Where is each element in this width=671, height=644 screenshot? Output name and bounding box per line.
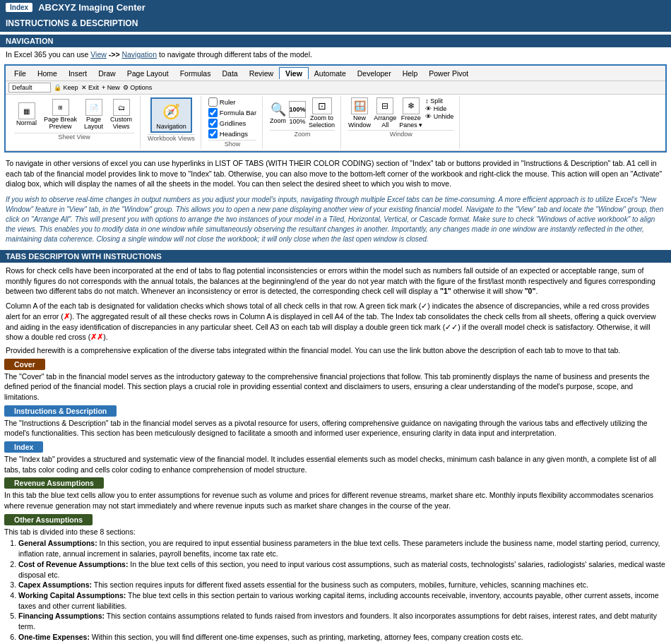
instructions-label[interactable]: Instructions & Description (4, 405, 117, 417)
navigation-link[interactable]: Navigation (121, 50, 157, 59)
item-term: Cost of Revenue Assumptions: (18, 560, 128, 568)
arrange-all-btn[interactable]: ⊟ ArrangeAll (374, 97, 396, 129)
main-section-header: INSTRUCTIONS & DESCRIPTION (0, 15, 671, 32)
arrange-all-icon: ⊟ (376, 97, 393, 114)
headings-checkbox-label[interactable]: Headings (208, 129, 256, 138)
ribbon-tab-insert[interactable]: Insert (63, 68, 93, 79)
ruler-checkbox[interactable] (208, 97, 218, 107)
zoom-buttons: 🔍 Zoom 100% 100% ⊡ Zoom toSelection (270, 97, 335, 129)
new-btn[interactable]: + New (102, 84, 120, 91)
ribbon-tab-power-pivot[interactable]: Power Pivot (423, 68, 474, 79)
zoom-icon: 🔍 (271, 102, 286, 117)
item-text: This section contains assumptions relate… (18, 612, 657, 631)
nav-intro: In Excel 365 you can use View ->> Naviga… (0, 47, 671, 61)
revenue-section: Revenue Assumptions In this tab the blue… (4, 477, 667, 511)
list-item: One-time Expenses: Within this section, … (18, 632, 667, 643)
show-label: Show (208, 140, 256, 148)
ribbon-tab-home[interactable]: Home (32, 68, 63, 79)
zoom-100-btn[interactable]: 100% 100% (289, 101, 306, 125)
page-layout-icon: 📄 (85, 99, 102, 116)
tabs-desc-header: TABS DESCRIPTON WITH INSTRUCTIONS (0, 250, 671, 263)
zoom-100-label: 100% (290, 118, 306, 125)
index-label[interactable]: Index (4, 441, 43, 453)
show-group: Ruler Formula Bar Gridlines Headings Sho… (203, 96, 263, 149)
item-term: One-time Expenses: (18, 633, 90, 641)
page-layout-btn[interactable]: 📄 PageLayout (82, 97, 105, 131)
show-items: Ruler Formula Bar Gridlines Headings (208, 97, 256, 138)
unhide-btn[interactable]: 👁 Unhide (425, 113, 453, 120)
sheet-view-label: Sheet View (14, 133, 134, 141)
title-bar: Index ABCXYZ Imaging Center (0, 0, 671, 15)
ruler-checkbox-label[interactable]: Ruler (208, 97, 256, 107)
zoom-selection-label: Zoom toSelection (309, 114, 335, 129)
exit-btn[interactable]: ✕ Exit (81, 84, 100, 91)
item-term: Working Capital Assumptions: (18, 591, 126, 600)
options-btn[interactable]: ⚙ Options (123, 84, 153, 91)
window-buttons: 🪟 NewWindow ⊟ ArrangeAll ❄ FreezePanes ▾… (348, 97, 453, 129)
other-section: Other Assumptions This tab is divided in… (4, 514, 667, 644)
zoom-selection-btn[interactable]: ⊡ Zoom toSelection (309, 97, 335, 129)
page-break-btn[interactable]: ⊞ Page BreakPreview (42, 97, 79, 131)
normal-btn[interactable]: ▦ Normal (14, 101, 39, 128)
ribbon-tab-view[interactable]: View (279, 67, 309, 79)
zoom-100-icon: 100% (289, 101, 306, 118)
sheet-view-group: ▦ Normal ⊞ Page BreakPreview 📄 PageLayou… (8, 96, 141, 149)
ribbon-tab-data[interactable]: Data (216, 68, 243, 79)
index-section: Index The "Index tab" provides a structu… (4, 441, 667, 475)
navigation-icon: 🧭 (160, 100, 182, 123)
list-item: Cost of Revenue Assumptions: In the blue… (18, 559, 667, 580)
ribbon-tab-formulas[interactable]: Formulas (174, 68, 217, 79)
ribbon-tab-file[interactable]: File (8, 68, 32, 79)
column-a-note: Column A of the each tab is designated f… (0, 299, 671, 344)
name-box[interactable] (8, 83, 51, 93)
zoom-selection-icon: ⊡ (312, 97, 332, 114)
view-link[interactable]: View (90, 50, 107, 59)
zoom-label: Zoom (270, 117, 286, 124)
ribbon-tab-developer[interactable]: Developer (352, 68, 397, 79)
ribbon-tab-help[interactable]: Help (397, 68, 424, 79)
ribbon-tab-review[interactable]: Review (244, 68, 279, 79)
nav-italic-note: If you wish to observe real-time changes… (0, 192, 671, 247)
index-desc: The "Index tab" provides a structured an… (4, 454, 667, 475)
item-term: Financing Assumptions: (18, 612, 105, 620)
formula-bar-checkbox[interactable] (208, 108, 218, 117)
window-group: 🪟 NewWindow ⊟ ArrangeAll ❄ FreezePanes ▾… (343, 96, 460, 149)
app-title: ABCXYZ Imaging Center (38, 2, 146, 13)
freeze-panes-icon: ❄ (403, 97, 420, 114)
keep-btn[interactable]: 🔒 Keep (54, 84, 78, 91)
ribbon-tab-draw[interactable]: Draw (93, 68, 121, 79)
navigation-big-btn[interactable]: 🧭 Navigation (150, 97, 192, 133)
item-text: In this section, you are required to inp… (18, 539, 660, 558)
arrange-all-label: ArrangeAll (374, 114, 396, 129)
tab-sections: Cover The "Cover" tab in the financial m… (0, 359, 671, 644)
headings-checkbox[interactable] (208, 129, 218, 138)
other-label[interactable]: Other Assumptions (4, 514, 93, 525)
ribbon-tab-page-layout[interactable]: Page Layout (121, 68, 174, 79)
list-item: General Assumptions: In this section, yo… (18, 538, 667, 559)
freeze-panes-btn[interactable]: ❄ FreezePanes ▾ (399, 97, 422, 129)
ribbon-tab-automate[interactable]: Automate (309, 68, 352, 79)
new-window-label: NewWindow (348, 114, 371, 129)
new-window-icon: 🪟 (351, 97, 368, 114)
hide-btn[interactable]: 👁 Hide (425, 105, 453, 112)
gridlines-checkbox[interactable] (208, 119, 218, 128)
window-side-btns: ↕ Split 👁 Hide 👁 Unhide (425, 97, 453, 120)
ribbon-container: File Home Insert Draw Page Layout Formul… (4, 64, 667, 153)
revenue-label[interactable]: Revenue Assumptions (4, 477, 104, 489)
item-term: General Assumptions: (18, 539, 97, 547)
new-window-btn[interactable]: 🪟 NewWindow (348, 97, 371, 129)
zoom-btn[interactable]: 🔍 Zoom (270, 102, 286, 124)
cover-label[interactable]: Cover (4, 359, 45, 370)
gridlines-checkbox-label[interactable]: Gridlines (208, 119, 256, 128)
tabs-intro: Rows for check cells have been incorpora… (0, 263, 671, 299)
page-layout-label: PageLayout (84, 116, 103, 130)
freeze-panes-label: FreezePanes ▾ (399, 114, 422, 129)
formula-bar-checkbox-label[interactable]: Formula Bar (208, 108, 256, 117)
ribbon-body: ▦ Normal ⊞ Page BreakPreview 📄 PageLayou… (6, 95, 665, 151)
custom-views-btn[interactable]: 🗂 CustomViews (108, 97, 134, 131)
split-btn[interactable]: ↕ Split (425, 97, 453, 105)
other-list: General Assumptions: In this section, yo… (18, 538, 667, 644)
tab-indicator: Index (6, 3, 32, 12)
sheet-view-buttons: ▦ Normal ⊞ Page BreakPreview 📄 PageLayou… (14, 97, 134, 131)
item-term: Capex Assumptions: (18, 580, 92, 589)
